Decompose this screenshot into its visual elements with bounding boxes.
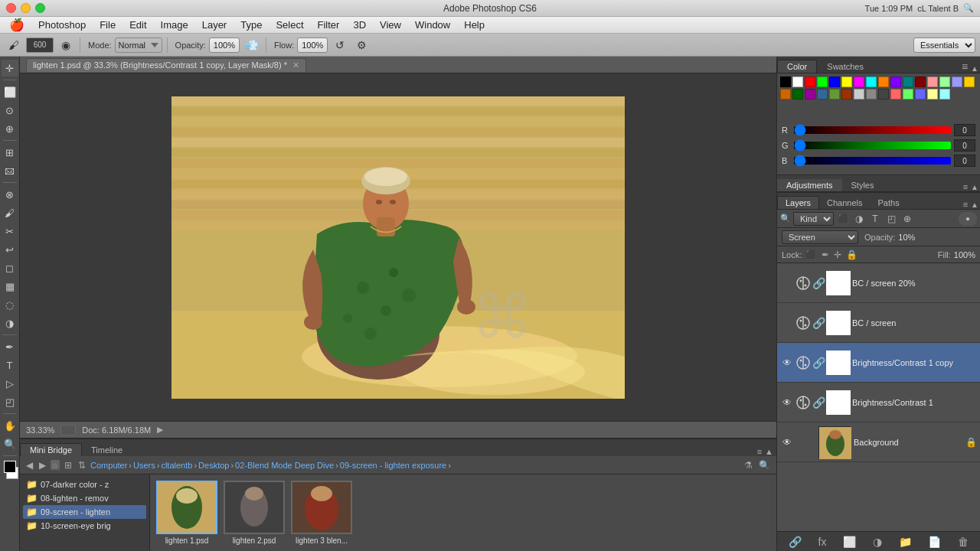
menu-file[interactable]: File: [93, 18, 122, 32]
brush-size-value[interactable]: 600: [34, 41, 47, 49]
menu-view[interactable]: View: [374, 18, 407, 32]
filter-toggle[interactable]: ●: [959, 212, 977, 226]
layer-row-active[interactable]: 👁 🔗 Brightness/Contrast 1 copy: [777, 343, 980, 383]
history-brush-tool[interactable]: ↩: [2, 241, 18, 258]
healing-tool[interactable]: ⊗: [2, 186, 18, 203]
layer-row[interactable]: 👁 🔗 BC / screen: [777, 303, 980, 343]
menu-image[interactable]: Image: [155, 18, 194, 32]
blue-slider[interactable]: [794, 157, 951, 165]
airbrush-icon[interactable]: 💨: [243, 36, 261, 54]
panel-options-btn[interactable]: ≡: [962, 60, 968, 73]
swatch-color[interactable]: [890, 77, 901, 87]
layer-visibility-toggle[interactable]: 👁: [780, 397, 794, 408]
swatch-color[interactable]: [964, 77, 975, 87]
adjustments-tab[interactable]: Adjustments: [777, 179, 842, 191]
active-document-tab[interactable]: lighten 1.psd @ 33.3% (Brightness/Contra…: [26, 58, 306, 72]
move-tool[interactable]: ✛: [2, 60, 18, 77]
thumbnail-item[interactable]: lighten 1.psd: [156, 481, 217, 545]
hand-tool[interactable]: ✋: [2, 417, 18, 434]
blue-value[interactable]: [954, 155, 975, 167]
layers-tab[interactable]: Layers: [777, 196, 819, 209]
swatch-color[interactable]: [817, 89, 828, 99]
fill-value[interactable]: 100%: [954, 250, 975, 259]
swatch-color[interactable]: [915, 89, 926, 99]
menu-filter[interactable]: Filter: [312, 18, 346, 32]
thumbnail-item[interactable]: lighten 2.psd: [224, 481, 285, 545]
text-tool[interactable]: T: [2, 357, 18, 373]
back-btn[interactable]: ◀: [24, 458, 34, 472]
layer-visibility-toggle[interactable]: 👁: [780, 437, 794, 448]
collapse-panel-icon[interactable]: ▲: [765, 447, 773, 456]
new-layer-icon[interactable]: 📄: [925, 534, 944, 549]
new-group-icon[interactable]: 📁: [896, 534, 915, 549]
traffic-lights[interactable]: [6, 3, 45, 13]
eraser-tool[interactable]: ◻: [2, 259, 18, 276]
bc-user[interactable]: cltalentb: [161, 461, 192, 470]
bc-computer[interactable]: Computer: [90, 461, 127, 470]
channels-tab[interactable]: Channels: [819, 197, 870, 209]
layers-collapse-btn[interactable]: ▲: [971, 201, 978, 209]
layer-link-icon[interactable]: 🔗: [812, 396, 825, 409]
swatch-color[interactable]: [927, 77, 938, 87]
apple-menu[interactable]: 🍎: [3, 18, 31, 32]
fg-bg-colors[interactable]: [2, 461, 18, 479]
lock-all-icon[interactable]: 🔒: [846, 249, 858, 260]
menu-layer[interactable]: Layer: [196, 18, 234, 32]
thumbnail-item[interactable]: lighten 3 blen...: [291, 481, 352, 545]
filter-pixel-icon[interactable]: ⬛: [836, 212, 850, 226]
filter-btn[interactable]: ⚗: [743, 458, 754, 472]
close-document-icon[interactable]: ✕: [292, 60, 299, 70]
green-value[interactable]: [954, 139, 975, 152]
swatch-color[interactable]: [903, 89, 913, 99]
foreground-color[interactable]: [4, 461, 16, 473]
blur-tool[interactable]: ◌: [2, 296, 18, 313]
lasso-tool[interactable]: ⊙: [2, 102, 18, 119]
swatch-color[interactable]: [927, 89, 938, 99]
clone-tool[interactable]: ✂: [2, 223, 18, 240]
bc-users[interactable]: Users: [133, 461, 155, 470]
timeline-tab[interactable]: Timeline: [82, 444, 132, 456]
bc-subfolder[interactable]: 09-screen - lighten exposure: [340, 461, 446, 470]
maximize-button[interactable]: [35, 3, 45, 13]
panel-options-icon[interactable]: ≡: [757, 447, 762, 456]
swatch-color[interactable]: [866, 89, 877, 99]
layer-visibility-toggle[interactable]: 👁: [780, 278, 794, 289]
layer-row[interactable]: 👁 🔗 Brightness/Contrast 1: [777, 383, 980, 422]
menu-edit[interactable]: Edit: [123, 18, 152, 32]
brush-tool-icon[interactable]: 🖌: [5, 36, 23, 54]
swatch-color[interactable]: [878, 77, 889, 87]
marquee-tool[interactable]: ⬜: [2, 83, 18, 100]
lock-pixels-icon[interactable]: ⬛: [805, 249, 817, 260]
folder-item-active[interactable]: 📁 09-screen - lighten: [23, 505, 146, 519]
swatch-color[interactable]: [805, 89, 815, 99]
layer-fx-icon[interactable]: fx: [815, 534, 830, 549]
swatch-color[interactable]: [939, 89, 950, 99]
canvas-wrapper[interactable]: ⌘: [20, 73, 776, 421]
adj-options-btn[interactable]: ≡: [963, 182, 968, 191]
mini-bridge-tab[interactable]: Mini Bridge: [20, 443, 82, 456]
adj-collapse-btn[interactable]: ▲: [971, 183, 978, 191]
swatch-color[interactable]: [829, 89, 840, 99]
swatch-color[interactable]: [915, 77, 926, 87]
workspace-select[interactable]: Essentials: [913, 37, 975, 53]
eyedropper-tool[interactable]: 🖂: [2, 162, 18, 179]
dodge-tool[interactable]: ◑: [2, 315, 18, 331]
zoom-indicator[interactable]: [60, 425, 76, 435]
swatch-color[interactable]: [792, 77, 803, 87]
swatch-color[interactable]: [854, 89, 864, 99]
paths-tab[interactable]: Paths: [871, 197, 907, 209]
swatch-color[interactable]: [829, 77, 840, 87]
swatch-color[interactable]: [817, 77, 828, 87]
zoom-tool[interactable]: 🔍: [2, 435, 18, 452]
swatch-color[interactable]: [866, 77, 877, 87]
create-fill-layer-icon[interactable]: ◑: [870, 534, 885, 549]
gradient-tool[interactable]: ▦: [2, 278, 18, 295]
panel-collapse-btn[interactable]: ▲: [971, 64, 978, 73]
brush-preview-icon[interactable]: ◉: [57, 36, 75, 54]
menu-window[interactable]: Window: [409, 18, 456, 32]
layer-link-icon[interactable]: 🔗: [812, 357, 825, 369]
folder-item[interactable]: 📁 07-darker color - z: [23, 478, 146, 491]
swatch-color[interactable]: [780, 77, 791, 87]
filter-type-icon[interactable]: T: [868, 212, 882, 226]
forward-btn[interactable]: ▶: [38, 458, 47, 472]
